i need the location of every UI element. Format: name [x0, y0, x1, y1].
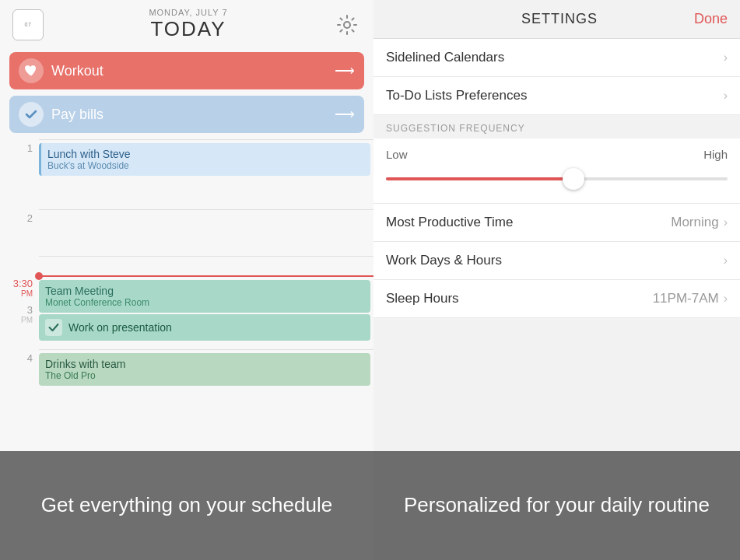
workout-label: Workout: [51, 63, 335, 79]
workout-task-bar[interactable]: Workout ⟶: [9, 52, 364, 89]
slider-high-label: High: [703, 148, 728, 161]
event-lunch-sub: Buck's at Woodside: [47, 160, 364, 171]
current-time-dot: [35, 272, 43, 280]
slider-section: Low High: [374, 138, 740, 204]
team-meeting-title: Team Meeting: [45, 285, 364, 297]
sidelined-calendars-item[interactable]: Sidelined Calendars ›: [374, 39, 740, 77]
settings-list-2: Most Productive Time Morning › Work Days…: [374, 204, 740, 318]
todo-work-presentation: Work on presentation: [39, 314, 370, 341]
event-lunch: Lunch with Steve Buck's at Woodside: [39, 143, 370, 176]
sleep-hours-item[interactable]: Sleep Hours 11PM-7AM ›: [374, 280, 740, 318]
svg-point-0: [344, 22, 350, 28]
todo-preferences-label: To-Do Lists Preferences: [386, 88, 724, 103]
right-panel: SETTINGS Done Sidelined Calendars › To-D…: [374, 0, 740, 560]
left-header: 07 MONDAY, JULY 7 TODAY: [0, 0, 374, 46]
sleep-hours-chevron: ›: [724, 292, 728, 306]
todo-presentation-label: Work on presentation: [68, 321, 172, 334]
work-days-chevron: ›: [724, 254, 728, 268]
slider-labels: Low High: [386, 148, 728, 161]
paybills-arrow: ⟶: [335, 106, 355, 123]
workout-arrow: ⟶: [335, 62, 355, 79]
event-drinks: Drinks with team The Old Pro: [39, 353, 370, 386]
most-productive-time-item[interactable]: Most Productive Time Morning ›: [374, 204, 740, 242]
event-drinks-sub: The Old Pro: [45, 370, 364, 381]
left-bottom-text: Get everything on your schedule: [26, 492, 348, 519]
work-days-hours-item[interactable]: Work Days & Hours ›: [374, 242, 740, 280]
current-time-line: [39, 275, 374, 277]
team-meeting-sub: Monet Conference Room: [45, 297, 364, 308]
settings-header: SETTINGS Done: [374, 0, 740, 39]
sidelined-calendars-label: Sidelined Calendars: [386, 50, 724, 65]
most-productive-chevron: ›: [724, 215, 728, 229]
gear-icon[interactable]: [333, 11, 361, 39]
paybills-task-bar[interactable]: Pay bills ⟶: [9, 96, 364, 133]
calendar-icon[interactable]: 07: [12, 9, 44, 40]
time-3: 3:30 PM 3 PM: [0, 256, 39, 324]
workout-icon: [19, 58, 44, 83]
header-center: MONDAY, JULY 7 TODAY: [149, 8, 227, 41]
left-bottom-overlay: Get everything on your schedule: [0, 451, 374, 560]
right-bottom-overlay: Personalized for your daily routine: [374, 451, 740, 560]
work-days-label: Work Days & Hours: [386, 253, 724, 268]
calendar-body: 1 Lunch with Steve Buck's at Woodside 2: [0, 139, 374, 411]
today-label: TODAY: [149, 17, 227, 41]
time-1: 1: [0, 139, 39, 154]
suggestion-frequency-header: SUGGESTION FREQUENCY: [374, 115, 740, 138]
sidelined-calendars-chevron: ›: [724, 51, 728, 65]
slider-fill: [386, 177, 580, 180]
event-lunch-title: Lunch with Steve: [47, 148, 364, 160]
slider-thumb[interactable]: [563, 168, 584, 190]
most-productive-value: Morning: [671, 215, 718, 230]
event-team-meeting: Team Meeting Monet Conference Room: [39, 280, 370, 313]
slider-low-label: Low: [386, 148, 408, 161]
settings-title: SETTINGS: [521, 11, 598, 27]
done-button[interactable]: Done: [694, 11, 728, 27]
time-2: 2: [0, 209, 39, 224]
paybills-icon: [19, 102, 44, 127]
todo-check-icon: [45, 319, 62, 336]
sleep-hours-value: 11PM-7AM: [653, 291, 719, 306]
event-drinks-title: Drinks with team: [45, 358, 364, 370]
right-bottom-text: Personalized for your daily routine: [388, 492, 725, 519]
time-4: 4: [0, 349, 39, 364]
left-panel: 07 MONDAY, JULY 7 TODAY W: [0, 0, 374, 560]
todo-preferences-chevron: ›: [724, 89, 728, 103]
most-productive-label: Most Productive Time: [386, 215, 671, 230]
paybills-label: Pay bills: [51, 107, 335, 123]
slider-track[interactable]: [386, 167, 728, 191]
settings-list-1: Sidelined Calendars › To-Do Lists Prefer…: [374, 39, 740, 115]
date-label: MONDAY, JULY 7: [149, 8, 227, 17]
task-bars: Workout ⟶ Pay bills ⟶: [0, 46, 374, 139]
cal-month-label: 07: [25, 22, 32, 27]
sleep-hours-label: Sleep Hours: [386, 291, 653, 306]
todo-preferences-item[interactable]: To-Do Lists Preferences ›: [374, 77, 740, 115]
